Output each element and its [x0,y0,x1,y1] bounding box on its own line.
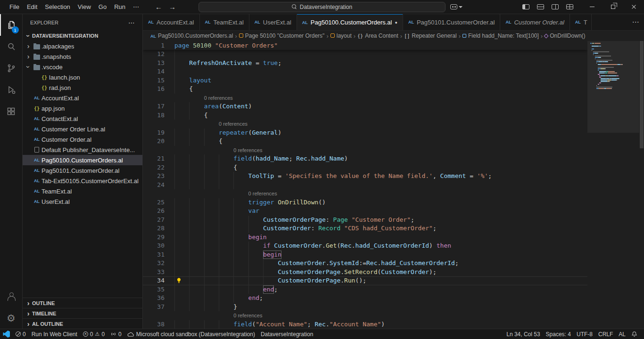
cloud-sandbox-indicator[interactable]: Microsoft cloud sandbox (DataverseIntegr… [124,329,258,339]
chevron-right-icon: › [25,300,32,307]
cursor-position[interactable]: Ln 34, Col 53 [504,329,543,339]
codelens-references[interactable]: 0 references [174,189,587,198]
tab-UserExt.al[interactable]: ALUserExt.al [249,14,297,30]
codelens-references[interactable]: 0 references [174,146,587,155]
tree-item-label: ContactExt.al [41,115,78,122]
tree-item[interactable]: ›.alpackages [23,41,142,51]
tree-item[interactable]: ›{}launch.json [23,72,142,82]
tree-item[interactable]: ›ALAccountExt.al [23,93,142,103]
toggle-secondary-sidebar-icon[interactable] [552,4,559,9]
tree-item[interactable]: ›ALTeamExt.al [23,186,142,196]
tree-item[interactable]: ›.vscode [23,62,142,72]
section-al-outline[interactable]: › AL OUTLINE [23,318,142,329]
breadcrumb-item[interactable]: OnDrillDown() [545,32,585,39]
tree-item[interactable]: ›ALCustomer Order Line.al [23,124,142,134]
settings-gear-icon[interactable]: ⚙ [0,307,23,329]
tab-T[interactable]: ALT [570,14,592,30]
customize-layout-icon[interactable] [566,4,573,9]
tree-item[interactable]: ›ALTab-Ext50105.CustomerOrderExt.al [23,176,142,186]
tree-item[interactable]: ›ALCustomer Order.al [23,134,142,145]
workspace-status[interactable]: DataverseIntegration [258,329,316,339]
problems-indicator[interactable]: 0 ⚠ 0 [80,329,107,339]
close-button[interactable] [623,0,644,14]
al-icon: AL [32,158,41,162]
language-mode[interactable]: AL [616,329,628,339]
tab-Customer Order.al[interactable]: ALCustomer Order.al [500,14,570,30]
eol-setting[interactable]: CRLF [595,329,616,339]
codelens-references[interactable]: 0 references [174,94,587,103]
menu-selection[interactable]: Selection [41,2,74,12]
minimize-button[interactable] [582,0,603,14]
breadcrumb-item[interactable]: Field hadd_Name: Text[100] [462,32,539,39]
scrollbar-thumb[interactable] [640,41,644,148]
tab-AccountExt.al[interactable]: ALAccountExt.al [143,14,200,30]
sidebar-more-icon[interactable]: ⋯ [128,19,135,26]
remote-indicator[interactable] [0,329,13,339]
explorer-tree: ›.alpackages›.snapshots›.vscode›{}launch… [23,41,142,298]
restore-button[interactable] [603,0,623,14]
tree-item[interactable]: ›ALUserExt.al [23,196,142,207]
menu-edit[interactable]: Edit [23,2,41,12]
tree-item[interactable]: ›ALContactExt.al [23,113,142,124]
nav-forward-icon[interactable]: → [169,3,176,11]
extensions-icon[interactable] [0,101,23,122]
breadcrumb-item[interactable]: ALPag50100.CustomerOrders.al [150,32,233,39]
ports-count: 0 [118,331,122,338]
breadcrumb-item[interactable]: {}Area Content [357,32,398,39]
status-counter[interactable]: 0 [13,329,29,339]
al-icon: AL [32,127,41,131]
tree-item[interactable]: ›Default Publisher_DataverseInte... [23,145,142,155]
explorer-icon[interactable]: 1 [0,14,23,36]
run-debug-icon[interactable] [0,79,23,101]
breadcrumb-item[interactable]: []Repeater General [404,32,456,39]
ports-indicator[interactable]: 0 [107,329,124,339]
toggle-sidebar-icon[interactable] [522,4,529,9]
tab-TeamExt.al[interactable]: ALTeamExt.al [200,14,249,30]
notifications-bell[interactable] [628,329,640,339]
vertical-scrollbar[interactable] [639,41,644,329]
tree-item[interactable]: ›{}app.json [23,103,142,113]
nav-back-icon[interactable]: ← [155,3,162,11]
line-number: 33 [143,268,174,277]
section-timeline[interactable]: › TIMELINE [23,308,142,318]
tree-item-label: Customer Order Line.al [41,126,105,133]
indentation-setting[interactable]: Spaces: 4 [543,329,574,339]
encoding-setting[interactable]: UTF-8 [574,329,595,339]
section-outline[interactable]: › OUTLINE [23,298,142,308]
menu-go[interactable]: Go [95,2,110,12]
menu-run[interactable]: Run [110,2,129,12]
tree-item[interactable]: ›{}rad.json [23,82,142,93]
chevron-down-icon [459,6,462,8]
toggle-panel-icon[interactable] [537,4,544,9]
menu-more-icon[interactable]: ⋯ [129,2,143,12]
breadcrumb-separator: › [352,32,357,40]
sticky-scroll-line[interactable]: 1page 50100 "Customer Orders" [143,41,587,50]
tree-item[interactable]: ›ALPag50101.CustomerOrder.al [23,165,142,176]
editor[interactable]: 1page 50100 "Customer Orders" 1213Refres… [143,41,644,329]
copilot-menu[interactable] [450,4,462,9]
tree-item[interactable]: ›.snapshots [23,51,142,62]
search-sidebar-icon[interactable] [0,36,23,57]
tab-Pag50100.CustomerOrders.al[interactable]: ALPag50100.CustomerOrders.al● [297,14,403,30]
tree-item[interactable]: ›ALPag50100.CustomerOrders.al [23,155,142,165]
run-in-web-client-button[interactable]: Run In Web Client [29,329,80,339]
tab-overflow-icon[interactable]: ⋯ [627,14,644,30]
tab-Pag50101.CustomerOrder.al[interactable]: ALPag50101.CustomerOrder.al [403,14,500,30]
section-label: OUTLINE [32,300,55,306]
menu-file[interactable]: File [6,2,23,12]
broadcast-icon [110,331,116,337]
warning-icon: ⚠ [95,331,100,337]
lightbulb-icon[interactable] [176,277,182,285]
code-line: layout [174,76,587,85]
breadcrumb-item[interactable]: Page 50100 "Customer Orders" [239,32,325,39]
source-control-icon[interactable] [0,57,23,79]
minimap[interactable] [587,41,639,329]
account-icon[interactable] [0,285,23,307]
menu-view[interactable]: View [74,2,95,12]
project-root-row[interactable]: › DATAVERSEINTEGRATION [23,31,142,41]
breadcrumb-item[interactable]: layout [330,32,352,39]
tab-label: Customer Order.al [514,19,564,26]
command-center-search[interactable]: DataverseIntegration [198,2,446,12]
codelens-references[interactable]: 0 references [174,120,587,129]
codelens-references[interactable]: 0 references [174,311,587,320]
